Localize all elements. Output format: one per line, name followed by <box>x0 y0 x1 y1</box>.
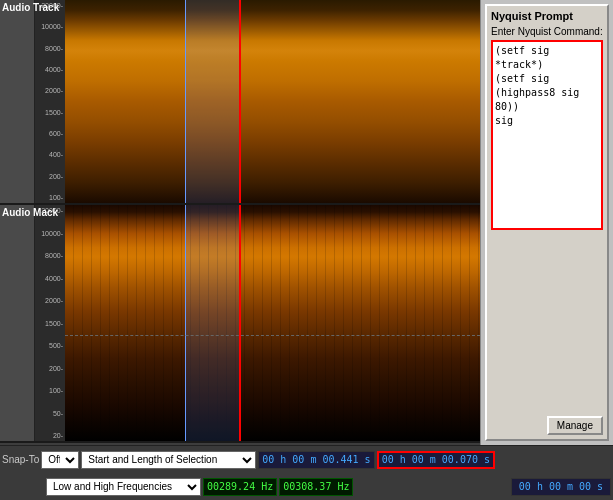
tracks-container: Audio Track 20000- 10000- 8000- 4000- 20… <box>0 0 480 445</box>
toolbar-row2: Low and High Frequencies 00289.24 Hz 003… <box>0 473 613 500</box>
scale-label-l10: 20- <box>35 432 63 439</box>
selection-dropdown[interactable]: Start and Length of Selection <box>81 451 256 469</box>
freq-display-low: 00289.24 Hz <box>203 478 277 496</box>
scale-label-u6: 600- <box>35 130 63 137</box>
scale-label-u7: 400- <box>35 151 63 158</box>
right-panel: Nyquist Prompt Enter Nyquist Command: (s… <box>480 0 613 445</box>
scale-label-l4: 2000- <box>35 297 63 304</box>
time-display-right: 00 h 00 m 00 s <box>511 478 611 496</box>
scale-label-l5: 1500- <box>35 320 63 327</box>
scale-label-u2: 8000- <box>35 45 63 52</box>
spectrogram-upper-canvas <box>65 0 480 203</box>
scale-label-l6: 500- <box>35 342 63 349</box>
freq-display-high: 00308.37 Hz <box>279 478 353 496</box>
nyquist-label: Enter Nyquist Command: <box>491 26 603 37</box>
time-display-length: 00 h 00 m 00.070 s <box>377 451 495 469</box>
scale-label-u5: 1500- <box>35 109 63 116</box>
scale-label-u8: 200- <box>35 173 63 180</box>
scale-label-l1: 10000- <box>35 230 63 237</box>
dashed-line <box>65 335 480 336</box>
track-upper: Audio Track 20000- 10000- 8000- 4000- 20… <box>0 0 480 205</box>
track-label-lower: Audio Mack <box>0 205 35 441</box>
toolbar-row1: Snap-To Off Start and Length of Selectio… <box>0 446 613 473</box>
track-lower: Audio Mack 20000- 10000- 8000- 4000- 200… <box>0 205 480 443</box>
scale-label-l9: 50- <box>35 410 63 417</box>
spectrogram-lower-canvas <box>65 205 480 441</box>
spectrogram-lower[interactable] <box>65 205 480 441</box>
time-display-start: 00 h 00 m 00.441 s <box>258 451 374 469</box>
track-title-upper: Audio Track <box>2 2 59 13</box>
scale-label-u1: 10000- <box>35 23 63 30</box>
scale-label-u4: 2000- <box>35 87 63 94</box>
manage-button[interactable]: Manage <box>547 416 603 435</box>
nyquist-command-input[interactable]: (setf sig *track*) (setf sig (highpass8 … <box>491 40 603 230</box>
track-scale-upper: 20000- 10000- 8000- 4000- 2000- 1500- 60… <box>35 0 65 203</box>
freq-dropdown[interactable]: Low and High Frequencies <box>46 478 201 496</box>
nyquist-prompt: Nyquist Prompt Enter Nyquist Command: (s… <box>485 4 609 441</box>
snap-to-dropdown[interactable]: Off <box>41 451 79 469</box>
bottom-toolbar: Snap-To Off Start and Length of Selectio… <box>0 445 613 500</box>
scale-label-u9: 100- <box>35 194 63 201</box>
scale-label-u3: 4000- <box>35 66 63 73</box>
scale-label-l8: 100- <box>35 387 63 394</box>
track-title-lower: Audio Mack <box>2 207 58 218</box>
scale-label-l3: 4000- <box>35 275 63 282</box>
scale-label-l2: 8000- <box>35 252 63 259</box>
nyquist-title: Nyquist Prompt <box>491 10 603 22</box>
track-label-upper: Audio Track <box>0 0 35 203</box>
track-scale-lower: 20000- 10000- 8000- 4000- 2000- 1500- 50… <box>35 205 65 441</box>
snap-to-label: Snap-To <box>2 454 39 465</box>
editor-area: Audio Track 20000- 10000- 8000- 4000- 20… <box>0 0 613 445</box>
scale-label-l7: 200- <box>35 365 63 372</box>
spectrogram-upper[interactable] <box>65 0 480 203</box>
